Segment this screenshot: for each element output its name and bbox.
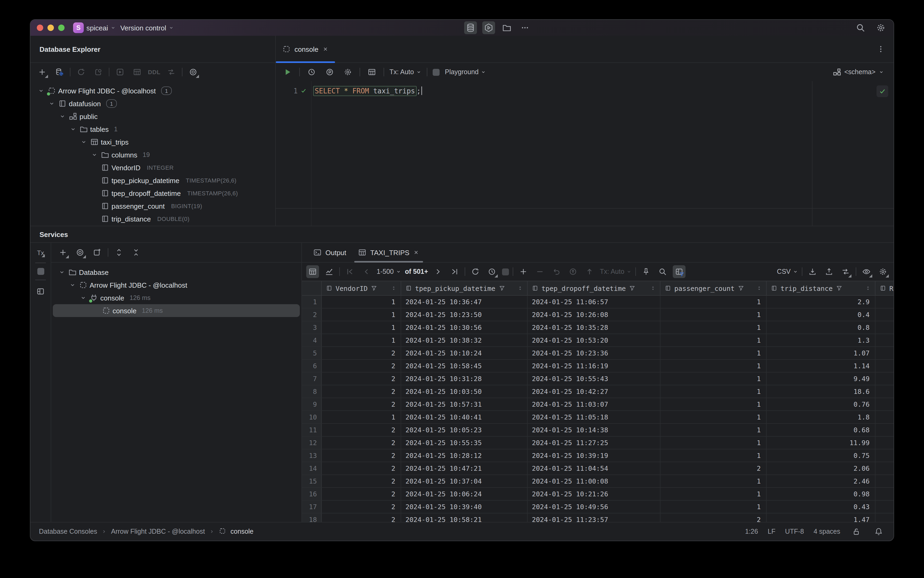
column-header[interactable]: trip_distance: [767, 281, 875, 295]
table-cell[interactable]: [875, 295, 893, 308]
compare-button[interactable]: [165, 66, 178, 78]
table-cell[interactable]: 2024-01-25 10:14:38: [528, 424, 660, 436]
tree-item-tables-folder[interactable]: tables 1: [31, 123, 275, 136]
tree-item-database[interactable]: datafusion 1: [31, 97, 275, 110]
tree-item-column[interactable]: VendorID INTEGER: [31, 161, 275, 174]
table-cell[interactable]: 1: [660, 501, 767, 513]
tree-item-column[interactable]: tpep_pickup_datetime TIMESTAMP(26,6): [31, 174, 275, 187]
minimize-window-button[interactable]: [47, 24, 54, 31]
chevron-down-icon[interactable]: [79, 138, 88, 146]
tx-mode-selector[interactable]: Tx: Auto: [389, 68, 421, 76]
submit-button[interactable]: [584, 265, 596, 278]
table-cell[interactable]: 2024-01-25 10:57:31: [401, 398, 528, 411]
table-cell[interactable]: 2024-01-25 11:03:07: [528, 398, 660, 411]
row-number[interactable]: 17: [302, 501, 322, 513]
table-cell[interactable]: 2024-01-25 10:39:40: [401, 501, 528, 513]
row-number[interactable]: 2: [302, 308, 322, 321]
tab-output[interactable]: Output: [307, 243, 352, 262]
row-number[interactable]: 1: [302, 295, 322, 308]
table-cell[interactable]: 0.75: [767, 450, 875, 462]
last-page-button[interactable]: [448, 265, 461, 278]
table-cell[interactable]: [875, 411, 893, 423]
table-cell[interactable]: 1.14: [767, 360, 875, 372]
table-cell[interactable]: 2024-01-25 10:38:32: [401, 334, 528, 346]
table-cell[interactable]: 2024-01-25 11:27:25: [528, 437, 660, 449]
tree-item-column[interactable]: passenger_count BIGINT(19): [31, 200, 275, 213]
page-range-selector[interactable]: 1-500: [377, 268, 401, 275]
table-cell[interactable]: 2.06: [767, 462, 875, 474]
table-cell[interactable]: 2024-01-25 10:39:19: [528, 450, 660, 462]
table-cell[interactable]: [875, 385, 893, 398]
row-number[interactable]: 16: [302, 488, 322, 500]
tree-item-columns-folder[interactable]: columns 19: [31, 148, 275, 161]
tree-item-datasource[interactable]: Arrow Flight JDBC - @localhost: [51, 279, 302, 291]
table-cell[interactable]: 2: [322, 437, 401, 449]
previous-page-button[interactable]: [360, 265, 373, 278]
encoding[interactable]: UTF-8: [785, 528, 804, 535]
project-folder-button[interactable]: [501, 21, 513, 34]
table-cell[interactable]: 2024-01-25 10:30:56: [401, 321, 528, 334]
sort-toggle[interactable]: [391, 286, 396, 291]
table-cell[interactable]: 2.9: [767, 295, 875, 308]
breadcrumb-item-current[interactable]: console: [219, 527, 253, 536]
row-number[interactable]: 18: [302, 513, 322, 522]
table-cell[interactable]: [875, 513, 893, 522]
row-number[interactable]: 8: [302, 385, 322, 398]
table-cell[interactable]: 2024-01-25 11:05:18: [528, 411, 660, 423]
code-line[interactable]: SELECT * FROM taxi_trips;: [313, 84, 422, 97]
table-cell[interactable]: 1: [660, 308, 767, 321]
table-cell[interactable]: 1.47: [767, 513, 875, 522]
table-cell[interactable]: [875, 321, 893, 334]
table-cell[interactable]: 1: [660, 347, 767, 359]
table-cell[interactable]: 2024-01-25 11:23:57: [528, 513, 660, 522]
table-cell[interactable]: 2024-01-25 10:40:41: [401, 411, 528, 423]
table-cell[interactable]: 2.46: [767, 475, 875, 487]
table-cell[interactable]: 1: [660, 411, 767, 423]
row-number[interactable]: 6: [302, 360, 322, 372]
table-cell[interactable]: [875, 360, 893, 372]
table-cell[interactable]: 0.76: [767, 398, 875, 411]
sort-toggle[interactable]: [757, 286, 762, 291]
tree-item-datasource[interactable]: Arrow Flight JDBC - @localhost 1: [31, 84, 275, 97]
grid-settings-button[interactable]: [877, 265, 889, 278]
add-service-button[interactable]: [57, 246, 69, 259]
filter-funnel-icon[interactable]: [836, 285, 842, 291]
refresh-button[interactable]: [75, 66, 88, 78]
filter-funnel-icon[interactable]: [629, 285, 635, 291]
ddl-button[interactable]: DDL: [148, 66, 160, 78]
table-cell[interactable]: 11.99: [767, 437, 875, 449]
table-cell[interactable]: 0.8: [767, 321, 875, 334]
table-cell[interactable]: 2: [322, 488, 401, 500]
table-cell[interactable]: 0.43: [767, 501, 875, 513]
reload-data-button[interactable]: [469, 265, 482, 278]
table-cell[interactable]: 2: [322, 372, 401, 385]
table-cell[interactable]: [875, 450, 893, 462]
row-number[interactable]: 10: [302, 411, 322, 423]
table-cell[interactable]: 18.6: [767, 385, 875, 398]
collapse-all-button[interactable]: [130, 246, 143, 259]
chevron-down-icon[interactable]: [79, 294, 88, 302]
filter-funnel-icon[interactable]: [738, 285, 744, 291]
zoom-window-button[interactable]: [58, 24, 65, 31]
table-cell[interactable]: 1.8: [767, 411, 875, 423]
tree-item-database-group[interactable]: Database: [51, 266, 302, 279]
stop-process-button[interactable]: [37, 268, 44, 275]
table-cell[interactable]: 1: [660, 295, 767, 308]
table-cell[interactable]: 2024-01-25 10:49:56: [528, 501, 660, 513]
vcs-widget[interactable]: Version control: [120, 24, 174, 32]
table-cell[interactable]: 2024-01-25 10:21:26: [528, 488, 660, 500]
table-cell[interactable]: [875, 308, 893, 321]
table-cell[interactable]: 1: [660, 437, 767, 449]
table-cell[interactable]: 2024-01-25 10:58:21: [401, 513, 528, 522]
layout-button[interactable]: [34, 285, 47, 298]
notifications-button[interactable]: [872, 525, 885, 538]
filter-funnel-icon[interactable]: [499, 285, 505, 291]
column-header[interactable]: Rate: [875, 281, 893, 295]
sort-toggle[interactable]: [650, 286, 656, 291]
table-cell[interactable]: 1.3: [767, 334, 875, 346]
table-cell[interactable]: 2024-01-25 10:10:24: [401, 347, 528, 359]
compare-data-button[interactable]: [839, 265, 852, 278]
corner-cell[interactable]: [302, 281, 322, 295]
table-cell[interactable]: [875, 424, 893, 436]
filter-panel-button[interactable]: [673, 265, 686, 278]
